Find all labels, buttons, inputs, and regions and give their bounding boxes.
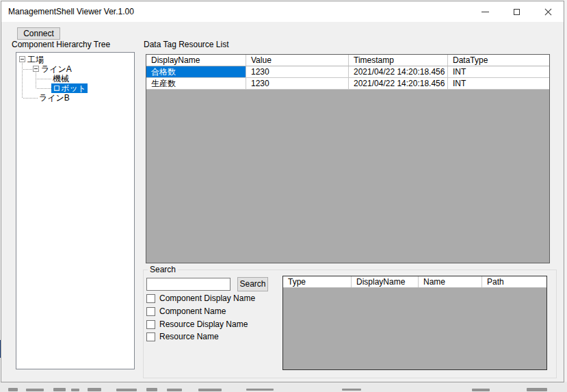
maximize-icon: [514, 9, 520, 15]
search-input[interactable]: [146, 278, 230, 291]
tree-connector: [23, 98, 38, 99]
column-header-displayname[interactable]: DisplayName: [352, 276, 419, 287]
search-results-grid: Type DisplayName Name Path: [282, 276, 547, 370]
tree-node-line-b[interactable]: ラインB: [38, 93, 71, 103]
checkbox-icon[interactable]: [146, 307, 155, 316]
tree-node-factory[interactable]: 工場: [26, 55, 45, 64]
results-grid-header: Type DisplayName Name Path: [283, 276, 546, 288]
titlebar: ManagementShell Viewer Ver.1.00: [1, 1, 564, 22]
column-header-name[interactable]: Name: [419, 276, 482, 287]
desktop-smudge: [472, 389, 490, 391]
component-tree: 工場 ラインA 機械 ロボット ラインB: [16, 52, 135, 369]
desktop-smudge: [342, 389, 361, 391]
close-button[interactable]: [532, 1, 564, 22]
connect-button[interactable]: Connect: [17, 27, 60, 40]
column-header-displayname[interactable]: DisplayName: [146, 55, 246, 66]
minimize-icon: [482, 12, 489, 12]
app-window: ManagementShell Viewer Ver.1.00 Connect …: [1, 1, 564, 382]
table-row[interactable]: 生産数 1230 2021/04/22 14:20:18.456 INT: [146, 78, 549, 90]
desktop-smudge: [246, 389, 274, 391]
resource-grid: DisplayName Value Timestamp DataType 合格数…: [146, 54, 550, 263]
maximize-button[interactable]: [501, 1, 532, 22]
window-title: ManagementShell Viewer Ver.1.00: [8, 1, 134, 22]
cell-timestamp[interactable]: 2021/04/22 14:20:18.456: [349, 66, 448, 77]
checkbox-component-display-name[interactable]: Component Display Name: [146, 293, 255, 303]
tree-connector: [37, 79, 51, 79]
tree-node-machine[interactable]: 機械: [51, 74, 70, 83]
column-header-type[interactable]: Type: [283, 276, 352, 287]
tree-node-line-a[interactable]: ラインA: [40, 64, 73, 74]
tree-connector: [22, 63, 23, 98]
desktop-smudge: [116, 389, 137, 391]
cell-displayname[interactable]: 合格数: [146, 66, 246, 77]
cell-timestamp[interactable]: 2021/04/22 14:20:18.456: [349, 78, 448, 89]
cell-datatype[interactable]: INT: [448, 78, 549, 89]
expander-icon[interactable]: [19, 56, 25, 62]
table-row[interactable]: 合格数 1230 2021/04/22 14:20:18.456 INT: [146, 66, 549, 78]
column-header-timestamp[interactable]: Timestamp: [349, 55, 448, 66]
checkbox-label: Component Display Name: [159, 294, 255, 303]
tree-connector: [23, 69, 32, 70]
cell-value[interactable]: 1230: [246, 78, 349, 89]
checkbox-resource-name[interactable]: Resource Name: [146, 332, 219, 341]
checkbox-icon[interactable]: [146, 320, 155, 329]
tree-connector: [36, 73, 36, 88]
checkbox-label: Resource Display Name: [159, 320, 248, 329]
cell-value[interactable]: 1230: [246, 66, 349, 77]
desktop-smudge: [8, 388, 18, 391]
minimize-button[interactable]: [469, 1, 501, 22]
search-button[interactable]: Search: [237, 277, 268, 291]
resource-grid-header: DisplayName Value Timestamp DataType: [146, 55, 549, 66]
desktop-smudge: [527, 388, 547, 391]
cell-datatype[interactable]: INT: [448, 66, 549, 77]
desktop-smudge: [88, 388, 101, 391]
checkbox-component-name[interactable]: Component Name: [146, 306, 226, 316]
results-grid-empty-area: [283, 288, 546, 369]
close-icon: [544, 8, 552, 16]
checkbox-icon[interactable]: [146, 332, 155, 341]
client-area: Connect Component Hierarchy Tree Data Ta…: [2, 22, 563, 381]
desktop-smudge: [146, 388, 157, 391]
column-header-path[interactable]: Path: [482, 276, 546, 287]
column-header-datatype[interactable]: DataType: [448, 55, 549, 66]
cell-displayname[interactable]: 生産数: [146, 78, 246, 89]
checkbox-label: Resource Name: [159, 332, 219, 341]
desktop-smudge: [167, 389, 182, 391]
window-controls: [469, 1, 564, 22]
tree-section-label: Component Hierarchy Tree: [12, 40, 110, 49]
tree-connector: [37, 88, 51, 89]
desktop-smudge: [198, 389, 222, 391]
expander-icon[interactable]: [33, 66, 39, 72]
checkbox-resource-display-name[interactable]: Resource Display Name: [146, 319, 248, 329]
checkbox-label: Component Name: [159, 307, 226, 316]
resource-grid-empty-area: [146, 90, 549, 263]
desktop-smudge: [71, 389, 79, 391]
search-group-title: Search: [148, 265, 178, 274]
desktop-smudge: [26, 389, 44, 391]
desktop-smudge: [53, 388, 66, 391]
desktop-strip: [0, 382, 567, 392]
checkbox-icon[interactable]: [146, 294, 155, 303]
resource-list-section-label: Data Tag Resource List: [144, 40, 229, 49]
tree-node-robot[interactable]: ロボット: [51, 83, 88, 93]
column-header-value[interactable]: Value: [246, 55, 349, 66]
